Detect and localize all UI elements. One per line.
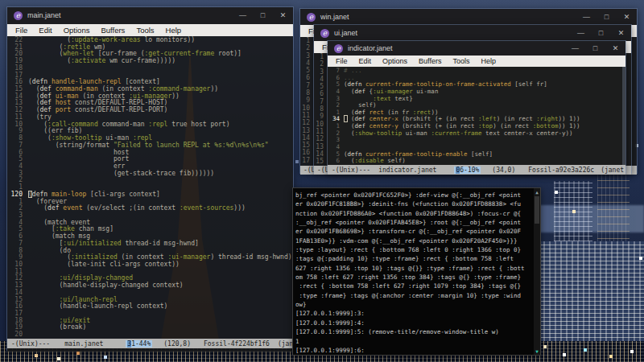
line-number: 7	[7, 142, 28, 150]
line-number: 8	[7, 248, 28, 255]
maximize-button[interactable]: □	[597, 9, 617, 25]
code-text: (:show-tooltip ui-man :current-frame tex…	[344, 130, 572, 138]
line-number: 4	[7, 163, 28, 171]
menu-item-buffers[interactable]: Buffers	[413, 56, 447, 67]
window-title: indicator.janet	[348, 41, 393, 56]
code-editor[interactable]: 22 (:update-work-areas lo monitors))21 (…	[7, 36, 293, 339]
minimize-button[interactable]: —	[565, 41, 585, 56]
code-text: (:disable self)	[344, 158, 406, 165]
line-number: 5	[314, 83, 326, 90]
minimize-button[interactable]: —	[576, 9, 597, 25]
scrollbar[interactable]	[622, 67, 625, 165]
titlebar[interactable]: e main.janet — □ ✕	[7, 7, 293, 24]
titlebar[interactable]: e indicator.janet — □ ✕	[328, 41, 625, 56]
code-segment: ui-man	[102, 134, 134, 142]
line-number: 3	[7, 212, 28, 220]
titlebar[interactable]: e win.janet — □ ✕	[300, 9, 637, 25]
menu-item-file[interactable]: File	[330, 56, 353, 67]
line-number: 6	[328, 158, 344, 165]
code-segment: (late-init cli-args context))	[28, 261, 180, 268]
code-segment: def	[39, 99, 55, 106]
modeline-percent: 06-10%	[454, 167, 481, 174]
code-text: (handle-display-changed context)	[28, 282, 184, 290]
window-controls: — □ ✕	[565, 41, 625, 56]
code-segment: (break)	[28, 323, 86, 331]
window-indicator-janet: e indicator.janet — □ ✕ FileEditOptionsB…	[327, 40, 626, 174]
line-number: 3	[7, 171, 28, 178]
code-editor[interactable]: 7# ...6...5(defn current-frame-tooltip-o…	[328, 67, 625, 165]
close-button[interactable]: ✕	[617, 9, 637, 25]
terminal-line: [127.0.0.1:9999]:6:	[295, 346, 532, 353]
minimize-button[interactable]: —	[233, 7, 253, 24]
terminal-line: :type :layout} :rect { :bottom 768 :left…	[295, 245, 532, 254]
close-button[interactable]: ✕	[273, 7, 293, 24]
code-segment: :call-command	[47, 121, 98, 128]
terminal-output[interactable]: bj_ref <pointer 0x020F1FC652F0>} :def-vi…	[295, 191, 532, 353]
code-segment: (try	[28, 113, 52, 121]
maximize-button[interactable]: □	[591, 25, 611, 41]
scroll-down-icon[interactable]: ▼	[534, 348, 540, 354]
terminal-line: [127.0.0.1:9999]:4:	[295, 319, 532, 327]
code-segment: (	[28, 36, 71, 43]
code-line: 3	[328, 137, 625, 144]
code-segment: (handle-display-changed context)	[28, 282, 184, 289]
menu-item-tools[interactable]: Tools	[447, 56, 475, 67]
line-number: 3	[314, 68, 326, 76]
code-segment: (forever	[28, 198, 67, 205]
scrollbar-thumb[interactable]	[535, 196, 539, 224]
code-line: 7# ...	[328, 68, 625, 75]
terminal-line: er 0x020F1FB68698>} :transform-cr @{:__o…	[295, 227, 532, 236]
close-button[interactable]: ✕	[611, 25, 631, 41]
maximize-button[interactable]: □	[253, 7, 273, 24]
menu-bar[interactable]: FileEditOptionsBuffersToolsHelp	[328, 56, 625, 67]
menu-item-file[interactable]: File	[10, 24, 33, 36]
scroll-up-icon[interactable]: ▲	[534, 189, 540, 195]
line-number: 2	[300, 44, 312, 51]
code-segment: host	[28, 149, 129, 156]
menu-item-help[interactable]: Help	[160, 24, 188, 36]
code-segment: (in context	[79, 93, 130, 100]
code-segment: [context]	[122, 78, 160, 85]
terminal-line: bj_ref <pointer 0x020F1FC652F0>} :def-vi…	[295, 191, 532, 200]
code-segment: :activate	[71, 57, 105, 64]
maximize-button[interactable]: □	[585, 41, 605, 56]
code-segment: (	[28, 93, 39, 100]
window-controls: — □ ✕	[233, 7, 293, 24]
code-segment: :disable	[355, 157, 384, 164]
close-button[interactable]: ✕	[605, 41, 625, 56]
code-line: 20	[7, 331, 293, 339]
code-segment: event	[63, 204, 82, 212]
menu-item-tools[interactable]: Tools	[130, 24, 159, 36]
menu-item-edit[interactable]: Edit	[353, 56, 378, 67]
code-segment: (	[28, 50, 63, 57]
titlebar[interactable]: e ui.janet — □ ✕	[314, 25, 631, 41]
modeline-vc-branch: Fossil-a92e3a226c	[528, 167, 594, 174]
code-segment: wm cur-frame)))))	[105, 57, 175, 64]
code-segment: :ui/launch-repl	[60, 296, 118, 303]
code-segment: wm)	[90, 43, 105, 51]
code-segment: when-let	[63, 50, 94, 57]
code-segment: (	[28, 253, 71, 261]
terminal-line: 627 :right 1356 :top 10} :tags @{}} :typ…	[295, 264, 532, 273]
menu-item-buffers[interactable]: Buffers	[95, 24, 130, 36]
minimize-button[interactable]: —	[571, 25, 591, 41]
code-segment	[28, 274, 60, 282]
code-segment: ui-man	[402, 130, 431, 137]
menu-item-options[interactable]: Options	[58, 24, 96, 36]
terminal-line: er 0x020F1FC818B8>} :deinit-fns (<functi…	[295, 200, 532, 208]
menu-item-help[interactable]: Help	[475, 56, 502, 67]
menu-item-options[interactable]: Options	[377, 56, 413, 67]
code-segment: (	[28, 43, 63, 51]
code-segment: main-loop	[52, 191, 86, 198]
code-segment: true host port)	[167, 121, 229, 128]
scrollbar[interactable]: ▲ ▼	[534, 188, 540, 355]
menu-item-edit[interactable]: Edit	[33, 24, 57, 36]
code-segment: :update-work-areas	[71, 36, 141, 43]
code-segment: :ui/exit	[60, 317, 91, 324]
code-segment: (	[28, 106, 39, 113]
code-text: (late-init cli-args context))	[28, 261, 180, 269]
code-line: 2	[7, 177, 293, 184]
echo-area	[7, 348, 293, 352]
code-segment: command-man	[98, 121, 149, 128]
menu-bar[interactable]: FileEditOptionsBuffersToolsHelp	[7, 24, 293, 36]
